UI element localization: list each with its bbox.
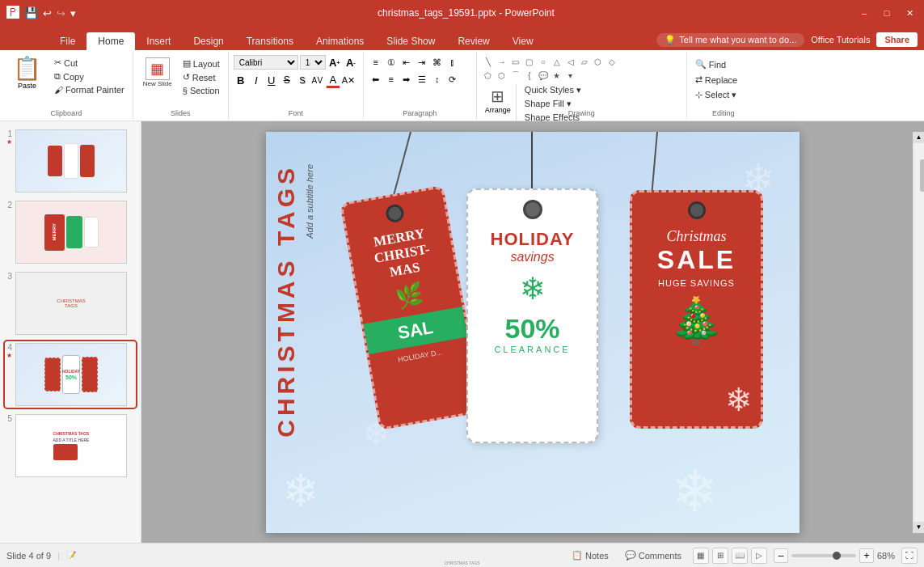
justify-button[interactable]: ☰: [415, 72, 429, 87]
maximize-button[interactable]: □: [879, 7, 895, 19]
shape-arrow[interactable]: →: [496, 55, 508, 68]
shape-hex[interactable]: ⬡: [496, 69, 508, 82]
shape-callout[interactable]: 💬: [537, 69, 550, 82]
slide-thumb-5[interactable]: 5 ★ CHRISTMAS TAGS ADD A TITLE HERE: [5, 413, 136, 479]
scroll-thumb[interactable]: [920, 159, 925, 192]
shape-pentagon[interactable]: ⬠: [482, 69, 495, 82]
slide-thumb-1[interactable]: 1 ★ CHRISTMAS TAGS: [5, 128, 136, 194]
zoom-in-button[interactable]: +: [859, 548, 874, 563]
char-spacing-button[interactable]: AV: [310, 73, 325, 87]
tab-file[interactable]: File: [49, 32, 86, 50]
arrange-button[interactable]: ⊞ Arrange: [482, 84, 514, 125]
shadow-button[interactable]: S: [295, 73, 310, 87]
notes-button[interactable]: 📋 Notes: [567, 548, 614, 562]
smartart-button[interactable]: ⌘: [430, 55, 445, 70]
slideshow-view-button[interactable]: ▷: [751, 548, 767, 564]
comments-button[interactable]: 💬 Comments: [620, 548, 686, 562]
bullets-button[interactable]: ≡: [369, 55, 383, 70]
slide-thumb-4[interactable]: 4 ★ HOLIDAY 50%: [5, 341, 136, 408]
save-icon[interactable]: 💾: [24, 6, 38, 19]
shape-para[interactable]: ▱: [578, 55, 591, 68]
quick-styles-button[interactable]: Quick Styles ▾: [521, 84, 584, 96]
line-spacing-button[interactable]: ↕: [430, 72, 445, 87]
font-increase-button[interactable]: A+: [327, 55, 342, 70]
office-tutorials-link[interactable]: Office Tutorials: [811, 35, 870, 44]
subtitle-text: Add a subtitle here: [305, 164, 314, 239]
decrease-indent-button[interactable]: ⇤: [399, 55, 414, 70]
shape-diamond[interactable]: ◇: [605, 55, 618, 68]
canvas-area: ❄ ❄ ❄ ❄ ❄ CHRISTMAS TAGS Add a subtitle …: [141, 121, 924, 543]
numbering-button[interactable]: ①: [384, 55, 399, 70]
slide-thumb-2[interactable]: 2 ★ MERRY: [5, 199, 136, 265]
section-button[interactable]: § Section: [179, 85, 223, 96]
tag-right[interactable]: Christmas SALE HUGE SAVINGS 🎄 ❄: [630, 190, 763, 429]
slide-sorter-button[interactable]: ⊞: [712, 548, 728, 564]
tab-animations[interactable]: Animations: [305, 32, 375, 50]
zoom-out-button[interactable]: –: [774, 548, 788, 563]
shape-rtri[interactable]: ◁: [564, 55, 577, 68]
tag-center[interactable]: HOLIDAY savings ❄ 50% CLEARANCE: [466, 188, 598, 443]
undo-icon[interactable]: ↩: [43, 7, 52, 19]
share-button[interactable]: Share: [876, 32, 918, 47]
clear-format-button[interactable]: A✕: [341, 73, 356, 87]
font-name-select[interactable]: Calibri: [234, 55, 298, 70]
underline-button[interactable]: U: [264, 73, 279, 87]
reading-view-button[interactable]: 📖: [732, 548, 748, 564]
align-right-button[interactable]: ➡: [399, 72, 414, 87]
columns-button[interactable]: ⫿: [445, 55, 460, 70]
copy-button[interactable]: ⧉ Copy: [51, 70, 128, 83]
tab-home[interactable]: Home: [86, 32, 135, 50]
customize-icon[interactable]: ▾: [70, 7, 76, 19]
font-color-button[interactable]: A: [326, 72, 340, 88]
normal-view-button[interactable]: ▦: [693, 548, 709, 564]
tab-insert[interactable]: Insert: [135, 32, 182, 50]
shape-rrect[interactable]: ▢: [523, 55, 536, 68]
select-button[interactable]: ⊹ Select ▾: [692, 89, 740, 101]
scroll-up-button[interactable]: ▲: [913, 132, 925, 143]
increase-indent-button[interactable]: ⇥: [415, 55, 429, 70]
tab-slideshow[interactable]: Slide Show: [375, 32, 446, 50]
shape-rect[interactable]: ▭: [509, 55, 522, 68]
shape-star[interactable]: ★: [551, 69, 563, 82]
vertical-scrollbar[interactable]: ▲ ▼: [913, 132, 924, 533]
fit-window-button[interactable]: ⛶: [901, 548, 918, 564]
tab-transitions[interactable]: Transitions: [235, 32, 305, 50]
minimize-button[interactable]: –: [856, 7, 872, 19]
find-button[interactable]: 🔍 Find: [692, 58, 740, 70]
shape-more[interactable]: ▾: [564, 69, 577, 82]
text-direction-button[interactable]: ⟳: [445, 72, 460, 87]
shape-oval[interactable]: ○: [537, 55, 550, 68]
shape-line[interactable]: ╲: [482, 55, 495, 68]
reset-button[interactable]: ↺ Reset: [179, 71, 223, 83]
layout-button[interactable]: ▤ Layout: [179, 57, 223, 70]
shape-tri[interactable]: △: [551, 55, 563, 68]
tab-review[interactable]: Review: [446, 32, 500, 50]
replace-button[interactable]: ⇄ Replace: [692, 74, 740, 86]
align-left-button[interactable]: ⬅: [369, 72, 383, 87]
scroll-down-button[interactable]: ▼: [913, 522, 925, 533]
shape-brace[interactable]: {: [523, 69, 536, 82]
tab-view[interactable]: View: [501, 32, 545, 50]
paste-button[interactable]: 📋 Paste: [6, 53, 48, 91]
bold-button[interactable]: B: [234, 73, 248, 87]
cut-button[interactable]: ✂ Cut: [51, 57, 128, 69]
shape-fill-button[interactable]: Shape Fill ▾: [521, 98, 584, 110]
slide-canvas[interactable]: ❄ ❄ ❄ ❄ ❄ CHRISTMAS TAGS Add a subtitle …: [266, 132, 800, 533]
strikethrough-button[interactable]: S: [280, 73, 294, 87]
tell-me-box[interactable]: 💡 Tell me what you want to do...: [656, 33, 804, 47]
close-button[interactable]: ✕: [901, 7, 918, 19]
font-decrease-button[interactable]: A-: [344, 55, 358, 70]
zoom-slider[interactable]: [791, 554, 856, 557]
slide-thumb-3[interactable]: 3 ★ CHRISTMASTAGS: [5, 270, 136, 336]
shape-trap[interactable]: ⬡: [592, 55, 605, 68]
redo-icon[interactable]: ↪: [57, 7, 65, 19]
italic-button[interactable]: I: [249, 73, 264, 87]
status-divider: |: [57, 551, 60, 561]
new-slide-button[interactable]: ▦ New Slide: [138, 55, 177, 90]
ribbon-tabs: File Home Insert Design Transitions Anim…: [0, 26, 924, 50]
format-painter-button[interactable]: 🖌 Format Painter: [51, 84, 128, 95]
font-size-select[interactable]: 18: [300, 55, 326, 70]
tab-design[interactable]: Design: [182, 32, 234, 50]
align-center-button[interactable]: ≡: [384, 72, 399, 87]
shape-curve[interactable]: ⌒: [509, 69, 522, 82]
